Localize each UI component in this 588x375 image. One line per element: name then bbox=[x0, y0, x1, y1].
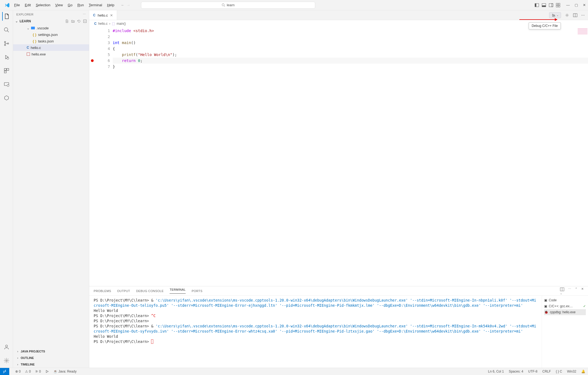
breadcrumb-file: hello.c bbox=[98, 22, 108, 26]
status-eol[interactable]: CRLF bbox=[542, 370, 551, 373]
svg-point-16 bbox=[7, 43, 9, 44]
section-timeline[interactable]: ›TIMELINE bbox=[13, 361, 89, 368]
window-minimize-icon[interactable]: — bbox=[566, 3, 570, 7]
panel-tabs: PROBLEMS OUTPUT DEBUG CONSOLE TERMINAL P… bbox=[89, 286, 588, 296]
panel-tab-problems[interactable]: PROBLEMS bbox=[94, 289, 111, 293]
status-ports[interactable]: ⚞ 0 bbox=[35, 370, 41, 373]
panel-tab-terminal[interactable]: TERMINAL bbox=[170, 288, 186, 294]
activity-account-icon[interactable] bbox=[2, 343, 11, 351]
explorer-more-icon[interactable]: ⋯ bbox=[83, 13, 86, 16]
activity-search-icon[interactable] bbox=[2, 26, 11, 34]
breakpoint-icon[interactable] bbox=[91, 59, 94, 62]
collapse-icon[interactable] bbox=[83, 19, 87, 23]
file-tasks-json[interactable]: { }tasks.json bbox=[13, 38, 89, 44]
editor-settings-icon[interactable] bbox=[565, 13, 569, 17]
menu-file[interactable]: File bbox=[12, 2, 22, 8]
panel-more-icon[interactable]: ⋯ bbox=[568, 287, 571, 295]
file-hello-c[interactable]: Chello.c bbox=[13, 44, 89, 51]
terminal-item-code[interactable]: ▣Code bbox=[544, 297, 586, 303]
panel-tab-debug-console[interactable]: DEBUG CONSOLE bbox=[136, 289, 164, 293]
editor-more-icon[interactable]: ⋯ bbox=[581, 13, 585, 17]
menu-run[interactable]: Run bbox=[75, 2, 86, 8]
status-java[interactable]: ☕ Java: Ready bbox=[53, 370, 76, 373]
status-warnings[interactable]: ⚠ 0 bbox=[25, 370, 31, 373]
status-errors[interactable]: ⊗ 0 bbox=[15, 370, 21, 373]
svg-rect-21 bbox=[4, 71, 6, 73]
section-outline[interactable]: ›OUTLINE bbox=[13, 355, 89, 361]
code-editor[interactable]: 1234567 #include <stdio.h> int main() { … bbox=[89, 27, 588, 286]
activity-bar bbox=[0, 10, 13, 368]
new-file-icon[interactable] bbox=[65, 19, 69, 23]
panel-close-icon[interactable]: ✕ bbox=[581, 287, 584, 295]
svg-rect-10 bbox=[556, 5, 558, 7]
activity-settings-icon[interactable] bbox=[2, 356, 11, 365]
layout-sidebar-right-icon[interactable] bbox=[549, 3, 553, 7]
menu-go[interactable]: Go bbox=[66, 2, 75, 8]
svg-point-23 bbox=[7, 85, 9, 86]
exe-icon bbox=[27, 52, 30, 56]
menu-terminal[interactable]: Terminal bbox=[87, 2, 104, 8]
status-platform[interactable]: Win32 bbox=[567, 370, 576, 373]
svg-rect-19 bbox=[4, 69, 6, 70]
vscode-logo-icon bbox=[4, 2, 10, 8]
status-language[interactable]: { } C bbox=[556, 370, 562, 373]
tab-label: hello.c bbox=[98, 13, 108, 17]
activity-hex-icon[interactable] bbox=[2, 94, 11, 102]
activity-scm-icon[interactable] bbox=[2, 39, 11, 48]
svg-rect-3 bbox=[535, 4, 536, 7]
customize-layout-icon[interactable] bbox=[556, 3, 560, 7]
status-bell-icon[interactable]: 🔔 bbox=[581, 370, 585, 373]
json-icon: { } bbox=[33, 39, 36, 43]
activity-debug-icon[interactable] bbox=[2, 53, 11, 61]
remote-indicator[interactable] bbox=[0, 368, 9, 375]
status-encoding[interactable]: UTF-8 bbox=[528, 370, 537, 373]
new-folder-icon[interactable] bbox=[71, 19, 75, 23]
glyph-margin bbox=[89, 27, 95, 286]
menu-edit[interactable]: Edit bbox=[23, 2, 33, 8]
tab-close-icon[interactable]: ✕ bbox=[110, 13, 113, 17]
refresh-icon[interactable] bbox=[77, 19, 81, 23]
svg-point-26 bbox=[6, 360, 7, 361]
status-spaces[interactable]: Spaces: 4 bbox=[509, 370, 523, 373]
panel-split-icon[interactable]: ⌄ bbox=[560, 287, 564, 295]
layout-sidebar-left-icon[interactable] bbox=[535, 3, 539, 7]
nav-forward-icon[interactable]: → bbox=[127, 3, 130, 7]
split-editor-icon[interactable] bbox=[573, 13, 577, 17]
window-maximize-icon[interactable]: ▢ bbox=[575, 3, 578, 7]
file-hello-exe[interactable]: hello.exe bbox=[13, 51, 89, 57]
activity-extensions-icon[interactable] bbox=[2, 66, 11, 75]
breadcrumbs[interactable]: C hello.c › ⬚ main() bbox=[89, 20, 588, 27]
status-ln-col[interactable]: Ln 6, Col 1 bbox=[488, 370, 504, 373]
activity-explorer-icon[interactable] bbox=[2, 12, 11, 21]
menu-help[interactable]: Help bbox=[105, 2, 117, 8]
svg-point-18 bbox=[7, 57, 8, 59]
minimap[interactable] bbox=[577, 27, 588, 52]
status-debug-icon[interactable] bbox=[45, 370, 49, 373]
layout-panel-icon[interactable] bbox=[542, 3, 546, 7]
breadcrumb-sep: › bbox=[109, 22, 110, 26]
command-center[interactable]: learn bbox=[141, 2, 315, 9]
svg-rect-9 bbox=[558, 3, 560, 5]
project-section[interactable]: ⌄ LEARN bbox=[13, 18, 89, 24]
c-file-icon: C bbox=[94, 22, 97, 26]
menu-selection[interactable]: Selection bbox=[33, 2, 52, 8]
search-text: learn bbox=[227, 3, 235, 7]
nav-back-icon[interactable]: ← bbox=[121, 3, 124, 7]
window-close-icon[interactable]: ✕ bbox=[583, 3, 586, 7]
section-java-projects[interactable]: ›JAVA PROJECTS bbox=[13, 348, 89, 355]
terminal-item-cppdbg[interactable]: 🐞cppdbg: hello.exe bbox=[544, 309, 586, 315]
panel-tab-output[interactable]: OUTPUT bbox=[117, 289, 130, 293]
panel-maximize-icon[interactable]: ⌃ bbox=[575, 287, 577, 295]
terminal-output[interactable]: PS D:\Project\MY\C\learn> & 'c:\Users\yi… bbox=[89, 296, 542, 368]
terminal-item-gcc[interactable]: ▣C/C++: gcc.ex…✓ bbox=[544, 303, 586, 309]
activity-remote-icon[interactable] bbox=[2, 80, 11, 89]
panel-tab-ports[interactable]: PORTS bbox=[192, 289, 203, 293]
project-name: LEARN bbox=[20, 19, 31, 23]
code-content[interactable]: #include <stdio.h> int main() { printf("… bbox=[113, 27, 588, 286]
run-debug-button[interactable]: ⌄ Debug C/C++ File bbox=[549, 12, 561, 18]
explorer-title: EXPLORER bbox=[16, 13, 33, 16]
menu-view[interactable]: View bbox=[53, 2, 65, 8]
file-settings-json[interactable]: { }settings.json bbox=[13, 31, 89, 38]
tab-hello-c[interactable]: C hello.c ✕ bbox=[89, 10, 117, 20]
folder-vscode[interactable]: ⌄.vscode bbox=[13, 25, 89, 31]
